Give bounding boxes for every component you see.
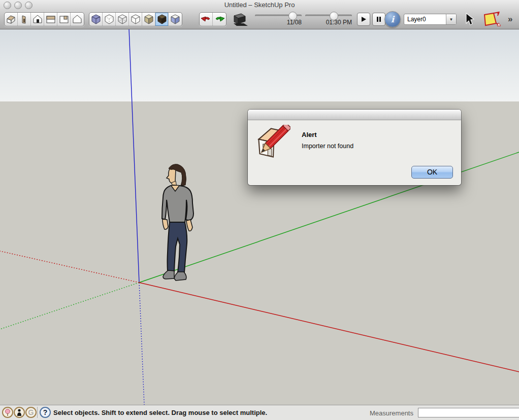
select-tool-button[interactable] — [464, 12, 475, 26]
toolbar-overflow-button[interactable]: » — [508, 12, 512, 26]
play-icon — [361, 16, 367, 22]
ok-button[interactable]: OK — [411, 166, 453, 179]
camera-top-icon[interactable] — [44, 13, 57, 26]
shadow-time-track[interactable] — [305, 15, 352, 17]
status-bar: G ? Select objects. Shift to extend sele… — [0, 405, 519, 420]
window-title: Untitled – SketchUp Pro — [0, 1, 519, 9]
google-button[interactable]: G — [25, 407, 37, 418]
shadow-time-slider[interactable]: 01:30 PM — [305, 15, 352, 17]
camera-left-icon[interactable] — [71, 13, 84, 26]
sketchup-window: Untitled – SketchUp Pro — [0, 0, 519, 420]
info-icon: i — [384, 11, 401, 27]
redo-icon[interactable] — [213, 13, 226, 26]
help-button[interactable]: ? — [40, 407, 51, 418]
edit-group — [199, 12, 226, 26]
camera-views-group — [4, 12, 84, 26]
style-wireframe-icon[interactable] — [116, 13, 129, 26]
layer-value[interactable]: Layer0 — [404, 14, 446, 24]
style-xray-icon[interactable] — [89, 13, 103, 26]
shadow-settings-icon — [230, 12, 250, 27]
play-button[interactable] — [357, 13, 370, 26]
person-icon — [17, 409, 22, 416]
sketchup-logo-icon — [256, 125, 290, 161]
instructor-button[interactable]: i — [384, 12, 401, 26]
status-hint-text: Select objects. Shift to extend select. … — [53, 409, 267, 416]
shadow-settings-button[interactable] — [230, 12, 250, 26]
pause-icon — [376, 16, 382, 22]
make-component-icon — [479, 11, 501, 28]
alert-dialog: Alert Importer not found OK — [248, 110, 461, 185]
alert-message: Importer not found — [302, 143, 353, 150]
layer-dropdown-button[interactable]: ▼ — [446, 14, 456, 24]
camera-front-icon[interactable] — [31, 13, 44, 26]
shadow-time-label: 01:30 PM — [326, 19, 352, 26]
face-styles-group — [89, 12, 182, 26]
style-monochrome-icon[interactable] — [169, 13, 182, 26]
model-viewport[interactable] — [0, 29, 519, 405]
style-shaded-textures-icon[interactable] — [155, 13, 169, 26]
undo-icon[interactable] — [200, 13, 213, 26]
measurements-input[interactable] — [418, 408, 519, 417]
measurements-label: Measurements — [370, 409, 413, 417]
camera-iso-icon[interactable] — [5, 13, 18, 26]
attribution-button[interactable] — [14, 407, 25, 418]
make-component-button[interactable] — [479, 12, 501, 26]
pause-button[interactable] — [372, 13, 385, 26]
alert-dialog-titlebar[interactable] — [248, 110, 461, 120]
alert-title: Alert — [302, 131, 317, 138]
statusbar-divider — [37, 407, 38, 418]
style-back-edges-icon[interactable] — [103, 13, 116, 26]
layer-combo[interactable]: Layer0 ▼ — [404, 12, 457, 26]
playback-group — [357, 12, 385, 26]
select-arrow-icon — [464, 13, 475, 26]
style-shaded-icon[interactable] — [142, 13, 155, 26]
shadow-date-slider[interactable]: 11/08 — [255, 15, 302, 17]
style-hidden-line-icon[interactable] — [129, 13, 142, 26]
camera-right-icon[interactable] — [18, 13, 31, 26]
geolocation-button[interactable] — [2, 407, 13, 418]
shadow-date-label: 11/08 — [287, 19, 302, 26]
camera-back-icon[interactable] — [57, 13, 71, 26]
geolocation-icon — [5, 409, 11, 416]
window-header: Untitled – SketchUp Pro — [0, 0, 519, 29]
model-axes — [0, 29, 519, 405]
person-figure[interactable] — [157, 162, 213, 284]
